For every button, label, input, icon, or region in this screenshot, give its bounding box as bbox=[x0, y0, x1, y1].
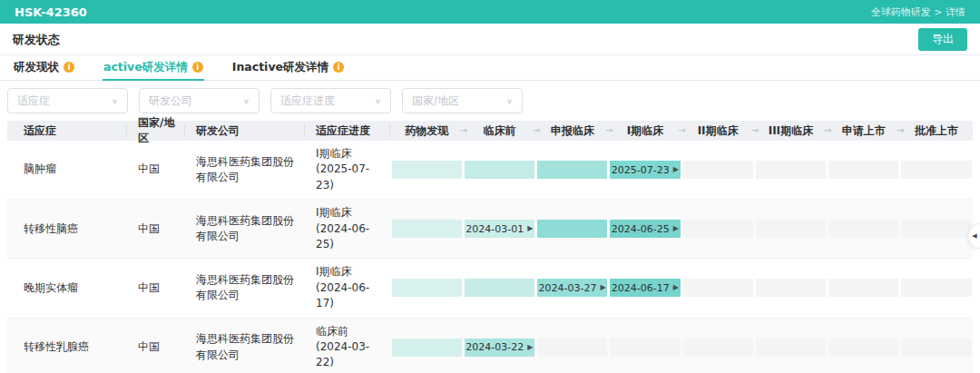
progress-cell: I期临床(2024-06-17) bbox=[305, 259, 390, 317]
expand-play-icon: ▶ bbox=[673, 166, 679, 173]
table-row: 晚期实体瘤中国海思科医药集团股份有限公司I期临床(2024-06-17)2024… bbox=[7, 259, 973, 318]
stage-cell bbox=[901, 220, 971, 238]
filter-region[interactable]: 国家/地区 ∨ bbox=[402, 88, 523, 113]
tab-label: Inactive研发详情 bbox=[232, 60, 328, 75]
col-header-stage: 药物发现→ bbox=[390, 124, 463, 137]
stage-column-label: 批准上市 bbox=[915, 123, 958, 139]
stage-cell bbox=[392, 339, 462, 357]
col-header-indication: 适应症 bbox=[7, 124, 127, 137]
stage-cell bbox=[756, 279, 826, 297]
filter-placeholder: 适应症进度 bbox=[280, 93, 335, 109]
stage-column-label: I期临床 bbox=[627, 123, 663, 139]
stage-cell bbox=[392, 220, 462, 238]
stage-cell bbox=[683, 161, 753, 179]
stage-cell bbox=[901, 279, 971, 297]
progress-stage-text: I期临床 bbox=[316, 146, 383, 162]
stage-cell bbox=[537, 161, 607, 179]
progress-date-text: (2024-03-22) bbox=[316, 339, 383, 371]
stage-column-label: 药物发现 bbox=[405, 123, 448, 139]
stage-milestone-cell[interactable]: 2024-06-25▶ bbox=[610, 220, 680, 238]
stage-cell bbox=[828, 339, 898, 357]
region-cell: 中国 bbox=[127, 216, 185, 242]
milestone-date: 2024-03-27 bbox=[539, 282, 597, 294]
filter-company[interactable]: 研发公司 ∨ bbox=[139, 88, 260, 113]
top-bar: HSK-42360 全球药物研发 > 详情 bbox=[0, 0, 980, 24]
col-header-stage: 批准上市 bbox=[900, 124, 973, 137]
progress-date-text: (2024-06-17) bbox=[316, 280, 383, 312]
chevron-down-icon: ∨ bbox=[375, 97, 381, 105]
collapse-left-icon: ◀ bbox=[972, 232, 976, 240]
col-header-stage: 申请上市→ bbox=[828, 124, 900, 137]
stage-milestone-cell[interactable]: 2025-07-23▶ bbox=[610, 161, 680, 179]
expand-play-icon: ▶ bbox=[527, 344, 533, 351]
stage-cell bbox=[828, 220, 898, 238]
tab-active-rd-detail[interactable]: active研发详情 i bbox=[103, 55, 204, 81]
stage-cell bbox=[610, 339, 680, 357]
milestone-date: 2024-03-01 bbox=[466, 223, 524, 235]
milestone-date: 2024-06-17 bbox=[612, 282, 670, 294]
progress-stage-text: I期临床 bbox=[316, 205, 383, 221]
indication-cell: 脑肿瘤 bbox=[7, 156, 127, 182]
stage-milestone-cell[interactable]: 2024-03-22▶ bbox=[465, 339, 534, 357]
progress-date-text: (2024-06-25) bbox=[316, 221, 383, 253]
filter-indication[interactable]: 适应症 ∨ bbox=[7, 88, 128, 113]
filter-placeholder: 研发公司 bbox=[149, 93, 192, 109]
col-header-progress: 适应症进度 bbox=[305, 124, 390, 137]
stage-milestone-cell[interactable]: 2024-06-17▶ bbox=[610, 279, 680, 297]
stage-cell bbox=[683, 339, 753, 357]
stage-cell bbox=[901, 161, 971, 179]
region-cell: 中国 bbox=[127, 156, 185, 182]
stage-column-label: 临床前 bbox=[483, 123, 515, 139]
company-cell: 海思科医药集团股份有限公司 bbox=[185, 267, 305, 309]
col-header-region: 国家/地区 bbox=[127, 124, 185, 137]
company-cell: 海思科医药集团股份有限公司 bbox=[185, 326, 305, 368]
stage-cell bbox=[828, 279, 898, 297]
info-icon[interactable]: i bbox=[64, 62, 74, 73]
tab-rd-status[interactable]: 研发现状 i bbox=[13, 55, 75, 81]
stage-cell bbox=[756, 339, 826, 357]
export-button[interactable]: 导出 bbox=[918, 28, 967, 51]
col-header-company: 研发公司 bbox=[185, 124, 305, 137]
stage-milestone-cell[interactable]: 2024-03-01▶ bbox=[465, 220, 534, 238]
chevron-down-icon: ∨ bbox=[506, 97, 513, 105]
progress-stage-text: 临床前 bbox=[316, 324, 383, 339]
col-header-stage: II期临床→ bbox=[681, 124, 754, 137]
tab-inactive-rd-detail[interactable]: Inactive研发详情 i bbox=[231, 55, 345, 81]
table-row: 转移性乳腺癌中国海思科医药集团股份有限公司临床前(2024-03-22)2024… bbox=[7, 319, 973, 373]
stage-cell bbox=[828, 161, 898, 179]
company-cell: 海思科医药集团股份有限公司 bbox=[185, 208, 305, 250]
filter-bar: 适应症 ∨ 研发公司 ∨ 适应症进度 ∨ 国家/地区 ∨ bbox=[0, 81, 980, 117]
filter-progress[interactable]: 适应症进度 ∨ bbox=[270, 88, 391, 113]
progress-stage-text: I期临床 bbox=[316, 264, 383, 280]
stage-cell bbox=[756, 161, 826, 179]
company-cell: 海思科医药集团股份有限公司 bbox=[185, 149, 305, 191]
section-header: 研发状态 导出 bbox=[0, 24, 980, 54]
chevron-down-icon: ∨ bbox=[112, 97, 118, 105]
info-icon[interactable]: i bbox=[192, 62, 203, 73]
page-title: HSK-42360 bbox=[15, 5, 87, 19]
col-header-stage: 申报临床→ bbox=[536, 124, 609, 137]
stage-milestone-cell[interactable]: 2024-03-27▶ bbox=[537, 279, 607, 297]
info-icon[interactable]: i bbox=[333, 62, 344, 73]
table-row: 转移性脑癌中国海思科医药集团股份有限公司I期临床(2024-06-25)2024… bbox=[7, 200, 973, 259]
tab-label: active研发详情 bbox=[103, 60, 188, 75]
tab-label: 研发现状 bbox=[14, 60, 59, 75]
indication-cell: 晚期实体瘤 bbox=[7, 275, 127, 301]
pipeline-table: 适应症 国家/地区 研发公司 适应症进度 药物发现→临床前→申报临床→I期临床→… bbox=[7, 121, 973, 373]
stage-cell bbox=[465, 161, 534, 179]
expand-play-icon: ▶ bbox=[601, 284, 606, 291]
col-header-stage: I期临床→ bbox=[609, 124, 681, 137]
stage-cell bbox=[537, 339, 607, 357]
progress-cell: 临床前(2024-03-22) bbox=[305, 319, 390, 373]
region-cell: 中国 bbox=[127, 275, 185, 301]
table-body: 脑肿瘤中国海思科医药集团股份有限公司I期临床(2025-07-23)2025-0… bbox=[7, 141, 973, 373]
milestone-date: 2024-06-25 bbox=[612, 223, 670, 235]
stage-cell bbox=[392, 161, 462, 179]
breadcrumb[interactable]: 全球药物研发 > 详情 bbox=[871, 5, 965, 19]
stage-cell bbox=[537, 220, 607, 238]
table-row: 脑肿瘤中国海思科医药集团股份有限公司I期临床(2025-07-23)2025-0… bbox=[7, 141, 973, 200]
region-cell: 中国 bbox=[127, 334, 185, 360]
expand-play-icon: ▶ bbox=[673, 225, 679, 232]
filter-placeholder: 适应症 bbox=[17, 93, 50, 109]
stage-cell bbox=[756, 220, 826, 238]
